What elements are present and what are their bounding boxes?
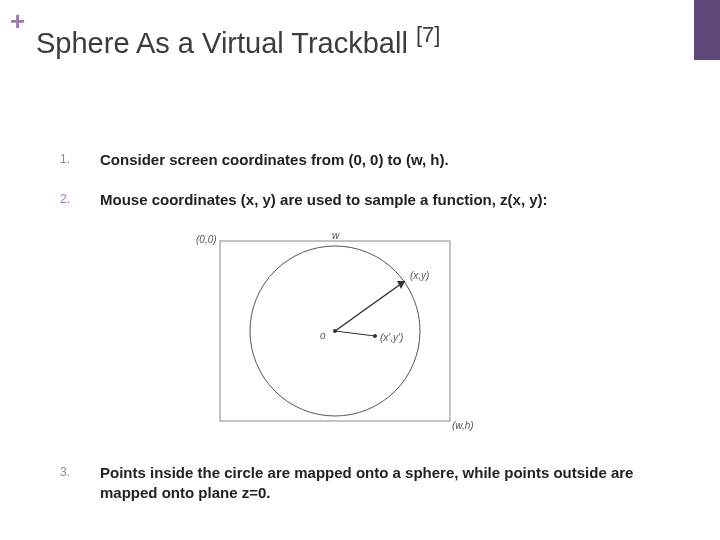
plus-icon: + — [10, 8, 25, 34]
title-main: Sphere As a Virtual Trackball — [36, 27, 416, 59]
list-text: Mouse coordinates (x, y) are used to sam… — [100, 190, 548, 210]
label-center: o — [320, 330, 326, 341]
svg-line-2 — [335, 281, 405, 331]
list-item: 3. Points inside the circle are mapped o… — [60, 463, 680, 502]
list-text: Consider screen coordinates from (0, 0) … — [100, 150, 449, 170]
label-xy: (x,y) — [410, 270, 429, 281]
label-xyp: (x',y') — [380, 332, 403, 343]
page-title: Sphere As a Virtual Trackball [7] — [36, 22, 440, 60]
list-text: Points inside the circle are mapped onto… — [100, 463, 680, 502]
svg-line-4 — [335, 331, 375, 336]
content-area: 1. Consider screen coordinates from (0, … — [60, 150, 680, 522]
label-wh: (w,h) — [452, 420, 474, 431]
list-number: 2. — [60, 190, 100, 206]
diagram-svg: (0,0) w (x,y) o (x',y') (w,h) — [190, 229, 490, 439]
list-number: 1. — [60, 150, 100, 166]
label-w: w — [332, 230, 340, 241]
svg-point-6 — [333, 329, 337, 333]
title-citation: [7] — [416, 22, 440, 47]
svg-point-5 — [373, 334, 377, 338]
list-number: 3. — [60, 463, 100, 479]
label-origin: (0,0) — [196, 234, 217, 245]
list-item: 1. Consider screen coordinates from (0, … — [60, 150, 680, 170]
trackball-diagram: (0,0) w (x,y) o (x',y') (w,h) — [190, 229, 680, 443]
accent-block — [694, 0, 720, 60]
list-item: 2. Mouse coordinates (x, y) are used to … — [60, 190, 680, 210]
